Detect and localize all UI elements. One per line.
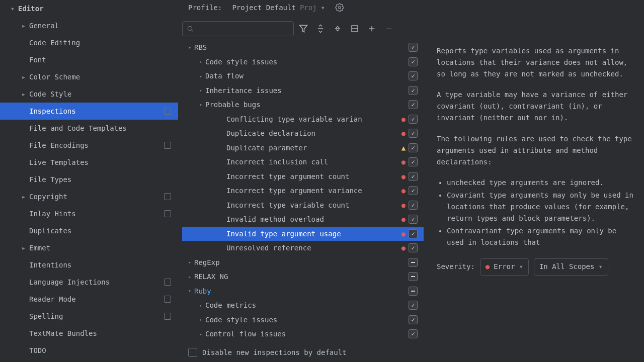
tree-item[interactable]: Incorrect type argument count● — [182, 169, 424, 184]
sidebar-item[interactable]: ▸General — [0, 17, 178, 34]
profile-value: Project Default — [232, 4, 295, 12]
sidebar-item[interactable]: File Encodings — [0, 137, 178, 154]
sidebar-item[interactable]: TODO — [0, 342, 178, 359]
tree-item[interactable]: ▸Data flow — [182, 69, 424, 83]
tree-item[interactable]: ▸RELAX NG — [182, 269, 424, 284]
sidebar-item[interactable]: Font — [0, 51, 178, 68]
sidebar-item[interactable]: Code Editing — [0, 34, 178, 51]
inspection-checkbox[interactable] — [409, 71, 418, 80]
chevron-right-icon: ▸ — [20, 73, 27, 81]
sidebar-item-label: Inlay Hints — [29, 210, 76, 218]
tree-item[interactable]: ▾Ruby — [182, 284, 424, 299]
error-icon: ● — [398, 201, 409, 209]
sidebar-item[interactable]: ▸Code Style — [0, 85, 178, 103]
search-input[interactable] — [197, 25, 289, 33]
sidebar-item[interactable]: Inlay Hints — [0, 205, 178, 222]
project-badge-icon — [164, 313, 171, 320]
tree-item-label: Code style issues — [205, 316, 398, 324]
inspection-checkbox[interactable] — [409, 115, 418, 124]
sidebar-item[interactable]: Intentions — [0, 256, 178, 274]
chevron-right-icon: ▸ — [20, 193, 27, 201]
profile-dropdown[interactable]: Project Default Proj ▾ — [228, 3, 329, 13]
inspection-checkbox[interactable] — [409, 100, 418, 109]
tree-item[interactable]: ▾Probable bugs — [182, 98, 424, 112]
scope-dropdown[interactable]: In All Scopes ▾ — [534, 258, 608, 275]
sidebar-item[interactable]: Language Injections — [0, 274, 178, 291]
tree-item[interactable]: Incorrect type argument variance● — [182, 184, 424, 198]
tree-item[interactable]: ▸Code style issues — [182, 313, 424, 327]
inspection-checkbox[interactable] — [409, 157, 418, 166]
disable-new-checkbox[interactable] — [188, 348, 197, 357]
sidebar-item[interactable]: File Types — [0, 171, 178, 188]
tree-item-label: Duplicate parameter — [226, 144, 398, 152]
inspection-checkbox[interactable] — [409, 86, 418, 95]
sidebar-item[interactable]: Plugins — [0, 359, 178, 362]
inspection-checkbox[interactable] — [409, 287, 418, 296]
sidebar-item[interactable]: Spelling — [0, 308, 178, 325]
tree-item[interactable]: Conflicting type variable varian● — [182, 112, 424, 127]
reset-icon[interactable] — [350, 24, 362, 33]
search-icon — [187, 25, 194, 32]
inspection-checkbox[interactable] — [409, 143, 418, 152]
severity-dropdown[interactable]: ● Error ▾ — [480, 258, 529, 275]
inspection-checkbox[interactable] — [409, 272, 418, 281]
sidebar-item[interactable]: File and Code Templates — [0, 120, 178, 137]
tree-item[interactable]: ▸Inheritance issues — [182, 83, 424, 98]
search-box[interactable] — [182, 21, 294, 36]
project-badge-icon — [164, 279, 171, 286]
inspection-checkbox[interactable] — [409, 258, 418, 267]
tree-item[interactable]: ▸Code style issues — [182, 55, 424, 69]
expand-all-icon[interactable] — [316, 24, 328, 33]
tree-item[interactable]: Incorrect inclusion call● — [182, 155, 424, 169]
content-row: ▾RBS▸Code style issues▸Data flow▸Inherit… — [178, 40, 644, 343]
inspection-checkbox[interactable] — [409, 243, 418, 252]
inspection-checkbox[interactable] — [409, 186, 418, 195]
add-icon[interactable] — [367, 24, 379, 33]
tree-item[interactable]: ▸Control flow issues — [182, 327, 424, 341]
tree-item[interactable]: ▸Code metrics — [182, 298, 424, 313]
tree-item-label: Conflicting type variable varian — [226, 115, 398, 123]
sidebar-item[interactable]: Live Templates — [0, 154, 178, 171]
sidebar-item[interactable]: Inspections — [0, 103, 178, 120]
tree-item[interactable]: Duplicate parameter▲ — [182, 141, 424, 155]
inspection-checkbox[interactable] — [409, 229, 418, 238]
description-li3: Contravariant type arguments may only be… — [447, 225, 635, 248]
inspection-checkbox[interactable] — [409, 201, 418, 210]
tree-item[interactable]: ▸RegExp — [182, 255, 424, 270]
tree-item[interactable]: ▾RBS — [182, 40, 424, 55]
footer: Disable new inspections by default — [178, 343, 644, 362]
sidebar-item[interactable]: ▸Emmet — [0, 239, 178, 256]
inspection-checkbox[interactable] — [409, 57, 418, 66]
inspection-checkbox[interactable] — [409, 329, 418, 338]
tree-item-label: Incorrect inclusion call — [226, 158, 398, 166]
tree-item[interactable]: Duplicate declaration● — [182, 126, 424, 141]
filter-icon[interactable] — [299, 24, 311, 33]
tree-item[interactable]: Invalid type argument usage● — [182, 227, 424, 241]
chevron-right-icon: ▸ — [196, 317, 205, 322]
sidebar-item[interactable]: ▸Copyright — [0, 188, 178, 205]
chevron-right-icon: ▸ — [185, 274, 194, 280]
sidebar-item[interactable]: Duplicates — [0, 222, 178, 239]
description-p3: The following rules are used to check th… — [437, 133, 635, 168]
sidebar-item-label: Reader Mode — [29, 295, 76, 303]
tree-item[interactable]: Unresolved reference● — [182, 241, 424, 255]
sidebar-item[interactable]: ▸Color Scheme — [0, 68, 178, 85]
gear-icon[interactable] — [335, 3, 344, 12]
sidebar-item[interactable]: ▾Editor — [0, 0, 178, 17]
inspection-checkbox[interactable] — [409, 172, 418, 181]
inspection-checkbox[interactable] — [409, 301, 418, 310]
tree-item[interactable]: Invalid method overload● — [182, 212, 424, 227]
sidebar-item[interactable]: Reader Mode — [0, 291, 178, 308]
collapse-all-icon[interactable] — [333, 24, 345, 33]
inspection-checkbox[interactable] — [409, 215, 418, 224]
chevron-down-icon: ▾ — [321, 4, 325, 12]
sidebar-item[interactable]: TextMate Bundles — [0, 325, 178, 342]
tree-item[interactable]: Incorrect type variable count● — [182, 198, 424, 213]
inspection-tree: ▾RBS▸Code style issues▸Data flow▸Inherit… — [182, 40, 424, 343]
profile-label: Profile: — [188, 4, 222, 12]
tree-item-label: Probable bugs — [205, 101, 398, 109]
inspection-checkbox[interactable] — [409, 315, 418, 324]
inspection-checkbox[interactable] — [409, 43, 418, 52]
tree-item-label: Incorrect type argument variance — [226, 187, 398, 195]
inspection-checkbox[interactable] — [409, 129, 418, 138]
